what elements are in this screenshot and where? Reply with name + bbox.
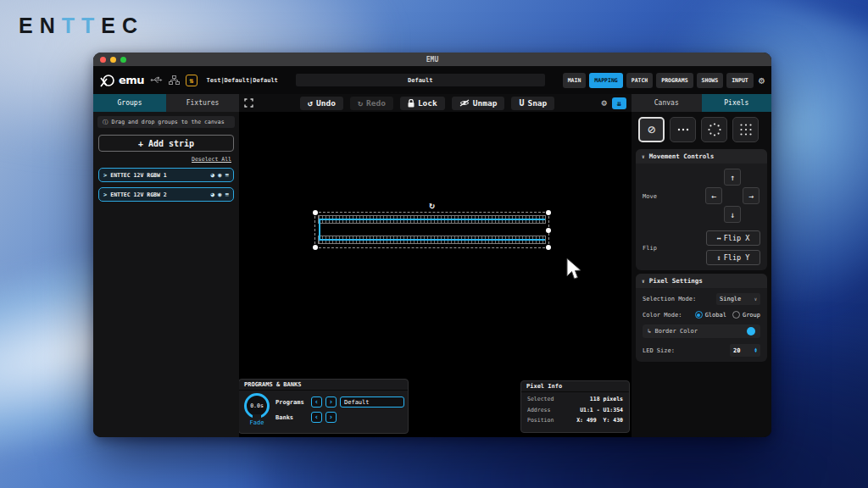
drag-hint-text: Drag and drop groups to the canvas: [112, 119, 225, 125]
move-row: Move ↑ ← → ↓: [643, 169, 760, 224]
program-prev-button[interactable]: ‹: [311, 396, 322, 408]
collapse-panels-button[interactable]: ⇊: [612, 97, 626, 109]
canvas-settings-gear-icon[interactable]: ⚙: [601, 97, 607, 108]
led-strip-selection[interactable]: ↻: [314, 212, 549, 248]
settings-gear-icon[interactable]: ⚙: [759, 75, 765, 86]
nav-input[interactable]: INPUT: [726, 73, 754, 88]
document-name-field[interactable]: Default: [296, 74, 545, 86]
redo-label: Redo: [366, 98, 386, 108]
address-label: Address: [527, 407, 550, 413]
expand-chevron-icon[interactable]: >: [103, 191, 107, 198]
fade-label: Fade: [250, 419, 264, 426]
snap-button[interactable]: U Snap: [511, 97, 554, 110]
group-item-2[interactable]: > ENTTEC 12V RGBW 2 ◕ ◉ ≡: [98, 187, 234, 202]
center-column: ↺ Undo ↻ Redo Lock: [239, 94, 632, 437]
bank-prev-button[interactable]: ‹: [311, 412, 322, 423]
tab-canvas[interactable]: Canvas: [632, 94, 702, 112]
usb-icon: [150, 76, 163, 84]
pattern-line-button[interactable]: [670, 117, 696, 142]
nav-mapping[interactable]: MAPPING: [589, 73, 622, 88]
resize-handle-top-left[interactable]: [313, 210, 318, 215]
sidebar: Groups Fixtures ⓘ Drag and drop groups t…: [93, 94, 239, 437]
flip-x-button[interactable]: ↔ Flip X: [706, 230, 760, 246]
nav-shows[interactable]: SHOWS: [697, 73, 724, 88]
move-right-button[interactable]: →: [743, 187, 760, 204]
radio-group[interactable]: Group: [732, 311, 760, 319]
programs-banks-header: PROGRAMS & BANKS: [239, 380, 408, 391]
group-menu-icon[interactable]: ≡: [225, 172, 229, 179]
move-up-button[interactable]: ↑: [724, 169, 741, 186]
radio-global[interactable]: Global: [695, 311, 726, 319]
unmap-label: Unmap: [473, 98, 498, 108]
fade-knob[interactable]: 0.0s: [244, 393, 270, 419]
border-color-swatch[interactable]: [747, 327, 755, 336]
color-mode-label: Color Mode:: [643, 312, 682, 319]
tab-fixtures[interactable]: Fixtures: [166, 94, 239, 112]
expand-chevron-icon[interactable]: >: [103, 172, 107, 179]
fullscreen-icon[interactable]: [244, 98, 253, 108]
visibility-eye-icon[interactable]: ◉: [218, 191, 222, 198]
banks-row: Banks ‹ ›: [275, 412, 404, 423]
nav-main[interactable]: MAIN: [563, 73, 587, 88]
nav-programs[interactable]: PROGRAMS: [656, 73, 693, 88]
flip-y-button[interactable]: ↕ Flip Y: [706, 250, 760, 265]
flip-y-label: Flip Y: [724, 253, 750, 262]
position-label: Position: [527, 417, 554, 424]
tab-groups[interactable]: Groups: [93, 94, 166, 112]
unmap-button[interactable]: Unmap: [452, 97, 505, 110]
visibility-eye-icon[interactable]: ◉: [218, 172, 222, 179]
undo-label: Undo: [316, 98, 336, 108]
app-topbar: emu ⇅ Test|Default|Default Default MAIN …: [93, 66, 771, 94]
led-size-stepper[interactable]: 20 ▲ ▼: [730, 344, 760, 357]
pixel-settings-header[interactable]: ∨ Pixel Settings: [636, 274, 767, 288]
border-color-row[interactable]: ↳ Border Color: [643, 324, 760, 338]
redo-icon: ↻: [358, 98, 363, 108]
program-name-field[interactable]: Default: [340, 396, 404, 408]
led-row-2[interactable]: [318, 236, 546, 244]
group-menu-icon[interactable]: ≡: [225, 191, 229, 198]
movement-controls-header[interactable]: ∨ Movement Controls: [636, 149, 767, 164]
resize-handle-bottom-left[interactable]: [313, 245, 318, 250]
movement-controls-title: Movement Controls: [649, 152, 715, 160]
flip-label: Flip: [643, 245, 706, 252]
resize-handle-top-right[interactable]: [546, 210, 551, 215]
pattern-circle-button[interactable]: [701, 117, 727, 142]
address-value: U1:1 - U1:354: [580, 407, 623, 413]
move-left-button[interactable]: ←: [705, 187, 722, 204]
mapping-canvas[interactable]: ↻ PROGRAMS: [239, 112, 632, 437]
window-titlebar[interactable]: EMU: [93, 53, 771, 66]
led-size-value: 20: [733, 347, 740, 354]
nav-patch[interactable]: PATCH: [626, 73, 654, 88]
bank-next-button[interactable]: ›: [326, 412, 337, 423]
add-strip-button[interactable]: + Add strip: [98, 135, 234, 152]
program-next-button[interactable]: ›: [326, 396, 337, 408]
pattern-grid-button[interactable]: [732, 117, 759, 142]
tab-pixels[interactable]: Pixels: [702, 94, 772, 112]
move-down-button[interactable]: ↓: [724, 206, 741, 223]
palette-icon[interactable]: ◕: [210, 191, 214, 198]
selection-mode-select[interactable]: Single ∨: [716, 293, 760, 305]
deselect-all-link[interactable]: Deselect All: [93, 156, 231, 163]
main-area: Groups Fixtures ⓘ Drag and drop groups t…: [93, 94, 771, 437]
radio-global-label: Global: [705, 312, 726, 319]
palette-icon[interactable]: ◕: [210, 172, 214, 179]
undo-button[interactable]: ↺ Undo: [300, 97, 343, 110]
dmx-io-indicator[interactable]: ⇅: [186, 75, 197, 86]
pixel-info-row-selected: Selected 118 pixels: [527, 396, 623, 402]
mouse-cursor: [565, 258, 582, 281]
step-down-icon[interactable]: ▼: [754, 351, 757, 352]
lock-button[interactable]: Lock: [400, 97, 445, 110]
redo-button[interactable]: ↻ Redo: [350, 97, 393, 110]
lock-icon: [408, 99, 415, 108]
led-row-1[interactable]: [318, 215, 546, 224]
pixel-info-panel: Pixel Info Selected 118 pixels Address U…: [520, 380, 630, 433]
programs-banks-panel: PROGRAMS & BANKS 0.0s Fade Programs ‹: [239, 379, 409, 434]
canvas-toolbar: ↺ Undo ↻ Redo Lock: [239, 94, 632, 112]
resize-handle-bottom-right[interactable]: [546, 245, 551, 250]
resize-handle-mid-right[interactable]: [546, 228, 551, 233]
emu-logo-icon: [100, 74, 116, 87]
pattern-none-button[interactable]: ⊘: [638, 117, 665, 142]
rotate-handle-icon[interactable]: ↻: [429, 200, 435, 211]
enttec-logo-dark2: EC: [101, 14, 144, 37]
group-item-1[interactable]: > ENTTEC 12V RGBW 1 ◕ ◉ ≡: [98, 168, 234, 182]
